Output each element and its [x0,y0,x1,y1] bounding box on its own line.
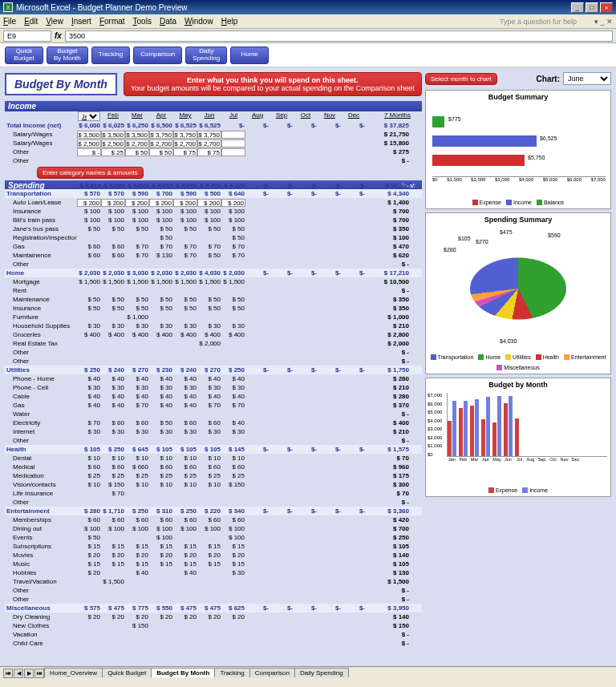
cell[interactable]: $ 100 [125,216,149,224]
row-label[interactable]: Cable [5,393,77,400]
cell[interactable]: $ 25 [77,472,101,479]
cell[interactable]: $ 400 [77,331,101,338]
row-label[interactable]: Internet [5,428,77,435]
cell[interactable]: $ 30 [125,384,149,391]
cell[interactable]: $ 15 [221,560,245,568]
cell[interactable]: $ 50 [125,296,149,303]
row-label[interactable]: Registration/Inspection [5,234,77,241]
cell[interactable]: $ 100 [101,216,125,224]
cell[interactable]: $ 40 [101,375,125,382]
cell[interactable]: $ 20 [197,613,221,620]
cell[interactable]: $ 20 [77,552,101,559]
cell[interactable]: $ 2,500 [101,139,125,148]
cell[interactable]: $ 70 [77,419,101,426]
row-label[interactable]: Vision/contacts [5,481,77,488]
cell[interactable]: $ 30 [149,384,173,391]
cell[interactable]: $ 30 [125,322,149,329]
cell[interactable]: $ 15 [77,560,101,568]
cell[interactable]: $ 50 [197,305,221,312]
cell[interactable]: $ 25 [125,472,149,479]
cell[interactable]: $ 400 [101,331,125,338]
row-label[interactable]: Phone - Home [5,375,77,382]
cell[interactable]: $ 50 [149,419,173,426]
cell[interactable]: $ 200 [197,199,221,207]
cell[interactable]: $ 1,500 [197,278,221,285]
cell[interactable]: $ 10 [125,481,149,488]
cell[interactable]: $ 40 [149,402,173,409]
cell[interactable]: $ 2,000 [197,340,221,347]
menu-file[interactable]: File [3,17,16,26]
cell[interactable]: $ - [77,148,101,156]
cell[interactable]: $ 25 [101,148,125,156]
sheet-tab-quick-budget[interactable]: Quick Budget [102,668,152,677]
row-label[interactable]: Groceries [5,331,77,338]
cell[interactable]: $ 60 [77,252,101,259]
cell[interactable]: $ 1,500 [221,278,245,285]
cell[interactable]: $ 1,500 [125,278,149,285]
cell[interactable]: $ 150 [101,481,125,488]
cell[interactable]: $ 1,500 [77,278,101,285]
cell[interactable]: $ 100 [149,208,173,215]
cell[interactable]: $ 60 [149,463,173,471]
cell[interactable]: $ 50 [149,234,173,241]
sheet-tab-tracking[interactable]: Tracking [214,668,249,677]
cell[interactable]: $ 50 [125,225,149,232]
cell[interactable]: $ 15 [221,543,245,550]
cell[interactable]: $ 130 [149,252,173,259]
month-col-mar[interactable]: Mar [125,111,149,121]
row-label[interactable]: Other [5,261,77,268]
cell[interactable]: $ 50 [77,534,101,541]
cell[interactable]: $ 100 [221,208,245,215]
nav-tracking[interactable]: Tracking [91,46,130,64]
row-label[interactable]: Other [5,157,77,164]
cell[interactable]: $ 25 [149,472,173,479]
row-label[interactable]: Medical [5,463,77,471]
cell[interactable]: $ 40 [197,393,221,400]
cell[interactable]: $ 60 [173,463,197,471]
row-label[interactable]: Other [5,358,77,365]
cell[interactable]: $ 60 [125,516,149,523]
cell[interactable]: $ 15 [101,560,125,568]
cell[interactable]: $ 10 [197,481,221,488]
row-label[interactable]: Gas [5,402,77,409]
row-label[interactable]: Bill's train pass [5,216,77,224]
fx-icon[interactable]: fx [55,31,62,40]
cell[interactable]: $ 200 [101,199,125,207]
cell[interactable]: $ 40 [77,393,101,400]
row-label[interactable]: Phone - Cell [5,384,77,391]
cell[interactable]: $ 20 [125,552,149,559]
cell[interactable]: $ 60 [101,252,125,259]
cell[interactable]: $ 400 [149,331,173,338]
cell[interactable]: $ 40 [221,419,245,426]
cell[interactable]: $ 20 [149,613,173,620]
cell[interactable]: $ 20 [221,613,245,620]
cell[interactable]: $ 30 [101,322,125,329]
cell[interactable]: $ 40 [221,393,245,400]
row-label[interactable]: Medication [5,472,77,479]
cell[interactable]: $ 10 [101,455,125,462]
menu-tools[interactable]: Tools [133,17,152,26]
cell[interactable]: $ 75 [197,148,221,156]
cell[interactable]: $ 50 [221,234,245,241]
cell[interactable]: $ 100 [77,208,101,215]
cell[interactable]: $ 15 [197,543,221,550]
row-label[interactable]: Hobbies [5,569,77,576]
sheet-tab-comparison[interactable]: Comparison [249,668,295,677]
cell[interactable]: $ 70 [221,243,245,250]
cell[interactable]: $ 30 [101,428,125,435]
cell[interactable]: $ 10 [77,455,101,462]
nav-quick-budget[interactable]: QuickBudget [5,46,43,64]
row-label[interactable]: Dry Cleaning [5,613,77,620]
row-label[interactable]: Real Estate Tax [5,340,77,347]
cell[interactable]: $ 25 [197,472,221,479]
cell[interactable]: $ 15 [149,543,173,550]
cell[interactable]: $ 60 [197,516,221,523]
cell[interactable]: $ 60 [221,463,245,471]
cell[interactable]: $ 50 [101,305,125,312]
help-search-input[interactable]: Type a question for help [500,18,593,26]
month-col-sep[interactable]: Sep [270,111,294,121]
month-col-aug[interactable]: Aug [245,111,270,121]
row-label[interactable]: Child Care [5,640,77,647]
row-label[interactable]: Rent [5,287,77,294]
cell[interactable]: $ 1,500 [173,278,197,285]
